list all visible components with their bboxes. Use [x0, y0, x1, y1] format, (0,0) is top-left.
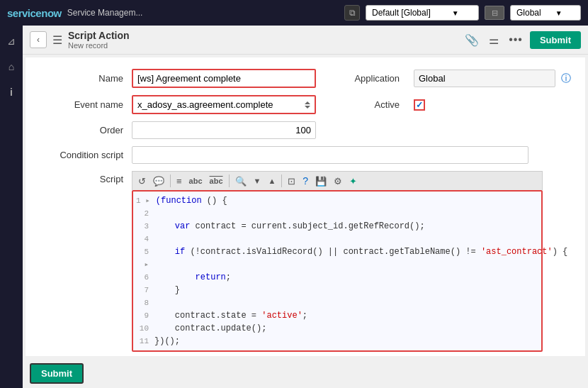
back-button[interactable]: ‹: [30, 31, 47, 48]
script-section: ↺ 💬 ≡ abc abc 🔍 ▼ ▲ ⊡ ? 💾: [132, 171, 543, 352]
code-line-6: 6 return;: [133, 271, 541, 284]
event-name-field: x_adosy_as.agreement.complete: [132, 95, 316, 114]
line-code-6: return;: [154, 271, 231, 284]
toolbar-divider-1: [170, 174, 171, 187]
toolbar-fullscreen-btn[interactable]: ⊡: [285, 174, 298, 188]
sidebar-home-icon[interactable]: ⌂: [0, 55, 23, 78]
toolbar-divider-3: [281, 174, 282, 187]
event-name-select[interactable]: x_adosy_as.agreement.complete: [132, 95, 316, 114]
global-label: Global: [516, 8, 541, 18]
application-label: Application: [344, 73, 408, 84]
code-line-9: 9 contract.state = 'active';: [133, 309, 541, 322]
application-section: Application ⓘ: [316, 70, 571, 87]
form-header-right: 📎 ⚌ ••• Submit: [462, 31, 581, 49]
line-num-1: 1 ▸: [133, 194, 156, 207]
active-label: Active: [344, 99, 408, 110]
bottom-bar: Submit: [23, 359, 588, 388]
application-input[interactable]: [414, 70, 555, 87]
main-content: ‹ ☰ Script Action New record 📎 ⚌ ••• Sub…: [23, 26, 588, 388]
code-line-8: 8: [133, 296, 541, 309]
toolbar-divider-2: [229, 174, 230, 187]
line-code-11: })();: [154, 335, 180, 348]
application-info-icon[interactable]: ⓘ: [561, 72, 571, 85]
order-label: Order: [40, 125, 132, 135]
line-num-10: 10: [133, 322, 154, 335]
logo-now: now: [41, 7, 62, 19]
order-row: Order: [40, 121, 571, 139]
line-code-3: var contract = current.subject_id.getRef…: [154, 220, 425, 233]
toolbar-settings-btn[interactable]: ⚙: [331, 174, 345, 188]
name-label: Name: [40, 73, 132, 84]
toolbar-lines-btn[interactable]: ≡: [174, 174, 185, 188]
condition-row: Condition script: [40, 146, 571, 164]
line-code-7: }: [154, 284, 180, 296]
toolbar-search-btn[interactable]: 🔍: [232, 174, 249, 188]
line-code-9: contract.state = 'active';: [154, 309, 307, 322]
code-line-10: 10 contract.update();: [133, 322, 541, 335]
app-name: Service Managem...: [67, 8, 143, 18]
sidebar-info-icon[interactable]: i: [0, 81, 23, 104]
menu-button[interactable]: ☰: [52, 33, 62, 47]
line-num-2: 2: [133, 207, 154, 220]
layout: ⊿ ⌂ i ‹ ☰ Script Action New record 📎 ⚌ •…: [0, 26, 588, 388]
event-row: Event name x_adosy_as.agreement.complete…: [40, 95, 571, 114]
line-num-5: 5 ▸: [133, 245, 154, 271]
monitor-icon[interactable]: ⊟: [485, 6, 504, 20]
sidebar: ⊿ ⌂ i: [0, 26, 23, 388]
more-button[interactable]: •••: [506, 32, 526, 48]
code-line-4: 4: [133, 233, 541, 245]
submit-button-header[interactable]: Submit: [530, 31, 581, 49]
toolbar-help-btn[interactable]: ?: [300, 174, 311, 188]
code-line-5: 5 ▸ if (!contract.isValidRecord() || con…: [133, 245, 541, 271]
line-num-7: 7: [133, 284, 154, 296]
active-checkbox[interactable]: [414, 99, 425, 111]
global-dropdown[interactable]: Global ▼: [510, 5, 581, 21]
default-global-dropdown[interactable]: Default [Global] ▼: [366, 5, 479, 21]
condition-field: [132, 146, 528, 164]
code-line-7: 7 }: [133, 284, 541, 296]
form-title-block: Script Action New record: [68, 30, 130, 50]
order-input[interactable]: [132, 121, 316, 139]
name-field: [132, 69, 316, 88]
script-toolbar: ↺ 💬 ≡ abc abc 🔍 ▼ ▲ ⊡ ? 💾: [132, 171, 543, 190]
toolbar-replace-btn[interactable]: abc: [207, 175, 226, 187]
toolbar-options-btn[interactable]: ✦: [346, 174, 360, 188]
active-section: Active: [316, 99, 571, 111]
logo-service: service: [7, 7, 41, 19]
name-row: Name Application ⓘ: [40, 69, 571, 88]
form-title: Script Action: [68, 30, 130, 41]
line-num-4: 4: [133, 233, 154, 245]
line-num-9: 9: [133, 309, 154, 322]
order-field: [132, 121, 316, 139]
form-subtitle: New record: [68, 41, 130, 50]
condition-label: Condition script: [40, 150, 132, 160]
script-editor[interactable]: 1 ▸ (function () { 2 3 var contract = cu…: [132, 190, 543, 352]
line-num-6: 6: [133, 271, 154, 284]
code-line-3: 3 var contract = current.subject_id.getR…: [133, 220, 541, 233]
line-num-3: 3: [133, 220, 154, 233]
global-dropdown-arrow: ▼: [555, 9, 562, 17]
code-line-2: 2: [133, 207, 541, 220]
toolbar-refresh-btn[interactable]: ↺: [135, 174, 149, 188]
logo: servicenow: [7, 7, 62, 19]
sidebar-filter-icon[interactable]: ⊿: [0, 30, 23, 52]
condition-input[interactable]: [132, 146, 528, 164]
submit-button-bottom[interactable]: Submit: [30, 363, 84, 384]
attach-button[interactable]: 📎: [462, 32, 482, 48]
copy-icon[interactable]: ⧉: [344, 5, 360, 21]
toolbar-unfold-btn[interactable]: ▲: [265, 175, 278, 187]
toolbar-find-btn[interactable]: abc: [186, 175, 205, 187]
line-num-11: 11: [133, 335, 154, 348]
script-label: Script: [40, 171, 132, 184]
toolbar-comment-btn[interactable]: 💬: [150, 174, 167, 188]
event-name-label: Event name: [40, 99, 132, 110]
form-body: Name Application ⓘ Event name x_adosy_as…: [26, 57, 585, 356]
toolbar-fold-btn[interactable]: ▼: [251, 175, 264, 187]
toolbar-save-btn[interactable]: 💾: [312, 174, 329, 188]
line-code-5: if (!contract.isValidRecord() || contrac…: [154, 245, 567, 258]
code-line-11: 11 })();: [133, 335, 541, 348]
dropdown-arrow: ▼: [452, 9, 459, 17]
name-input[interactable]: [132, 69, 316, 88]
settings-button[interactable]: ⚌: [486, 32, 502, 48]
line-num-8: 8: [133, 296, 154, 309]
